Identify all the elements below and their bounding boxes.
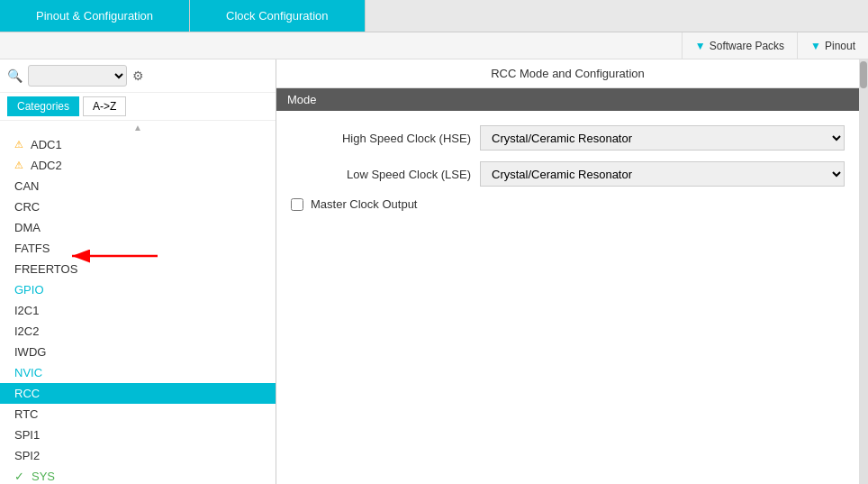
software-packs-label: Software Packs — [710, 40, 784, 52]
sidebar-item-can[interactable]: CAN — [0, 176, 276, 196]
sidebar-item-label: I2C2 — [14, 324, 39, 338]
sidebar-item-label: FATFS — [14, 242, 50, 255]
lse-select[interactable]: Crystal/Ceramic Resonator Disable BYPASS… — [480, 161, 845, 187]
sidebar-item-label: ADC1 — [31, 138, 62, 151]
pinout-configuration-tab[interactable]: Pinout & Configuration — [0, 0, 190, 32]
sidebar-item-fatfs[interactable]: FATFS — [0, 238, 276, 259]
sidebar-item-label: GPIO — [14, 283, 44, 297]
sidebar-item-sys[interactable]: SYS — [0, 466, 276, 484]
sidebar-item-rcc[interactable]: RCC — [0, 383, 276, 404]
pinout-arrow: ▼ — [810, 40, 821, 52]
sidebar-item-nvic[interactable]: NVIC — [0, 362, 276, 383]
sidebar-item-rtc[interactable]: RTC — [0, 404, 276, 425]
sidebar-item-label: FREERTOS — [14, 262, 77, 276]
sidebar-item-label: SPI2 — [14, 449, 40, 462]
az-tab[interactable]: A->Z — [83, 96, 126, 116]
clock-tab-label: Clock Configuration — [226, 9, 328, 23]
collapse-arrow[interactable]: ▲ — [0, 121, 276, 134]
pinout-tab-label: Pinout & Configuration — [36, 9, 153, 23]
gear-icon[interactable]: ⚙ — [132, 68, 144, 83]
search-dropdown[interactable] — [28, 65, 127, 87]
clock-configuration-tab[interactable]: Clock Configuration — [190, 0, 365, 32]
sidebar-list: ADC1ADC2CANCRCDMAFATFSFREERTOSGPIOI2C1I2… — [0, 134, 276, 484]
pinout-label: Pinout — [825, 40, 855, 52]
sidebar-item-label: SYS — [32, 470, 55, 483]
search-bar: 🔍 ⚙ — [0, 59, 276, 93]
hse-row: High Speed Clock (HSE) Crystal/Ceramic R… — [291, 125, 845, 151]
lse-label: Low Speed Clock (LSE) — [291, 168, 471, 181]
mode-config-body: High Speed Clock (HSE) Crystal/Ceramic R… — [276, 111, 859, 484]
master-clock-label: Master Clock Output — [311, 197, 418, 211]
categories-tab[interactable]: Categories — [7, 96, 79, 116]
sidebar-item-label: RTC — [14, 407, 38, 421]
sidebar-item-label: NVIC — [14, 366, 42, 379]
sidebar-item-label: SPI1 — [14, 428, 40, 442]
sidebar-item-gpio[interactable]: GPIO — [0, 279, 276, 300]
sidebar-item-label: ADC2 — [31, 159, 62, 172]
sidebar-item-iwdg[interactable]: IWDG — [0, 342, 276, 362]
lse-row: Low Speed Clock (LSE) Crystal/Ceramic Re… — [291, 161, 845, 187]
search-icon: 🔍 — [7, 68, 23, 83]
sidebar-item-freertos[interactable]: FREERTOS — [0, 259, 276, 279]
mode-section-header: Mode — [276, 88, 859, 111]
sidebar: 🔍 ⚙ Categories A->Z ▲ ADC1ADC2CANCRCDMAF… — [0, 59, 276, 484]
sidebar-item-label: CRC — [14, 200, 40, 214]
sidebar-item-label: RCC — [14, 387, 40, 400]
master-clock-row: Master Clock Output — [291, 197, 845, 211]
sidebar-item-label: I2C1 — [14, 304, 39, 317]
hse-label: High Speed Clock (HSE) — [291, 132, 471, 145]
hse-select[interactable]: Crystal/Ceramic Resonator Disable BYPASS… — [480, 125, 845, 151]
sidebar-tab-bar: Categories A->Z — [0, 93, 276, 121]
right-scrollbar[interactable] — [859, 59, 868, 484]
software-packs-arrow: ▼ — [695, 40, 706, 52]
pinout-button[interactable]: ▼ Pinout — [797, 32, 868, 59]
sidebar-item-adc1[interactable]: ADC1 — [0, 134, 276, 155]
sidebar-item-i2c1[interactable]: I2C1 — [0, 300, 276, 321]
software-packs-button[interactable]: ▼ Software Packs — [682, 32, 797, 59]
main-content: RCC Mode and Configuration Mode High Spe… — [276, 59, 859, 484]
sidebar-item-spi1[interactable]: SPI1 — [0, 425, 276, 445]
scrollbar-thumb — [860, 61, 867, 88]
rcc-header: RCC Mode and Configuration — [276, 59, 859, 88]
sidebar-item-i2c2[interactable]: I2C2 — [0, 321, 276, 342]
sidebar-item-adc2[interactable]: ADC2 — [0, 155, 276, 176]
sidebar-item-label: CAN — [14, 179, 39, 193]
sidebar-item-crc[interactable]: CRC — [0, 196, 276, 217]
master-clock-checkbox[interactable] — [291, 198, 303, 211]
sidebar-item-label: DMA — [14, 221, 41, 234]
sidebar-item-label: IWDG — [14, 345, 46, 359]
sidebar-item-dma[interactable]: DMA — [0, 217, 276, 238]
sidebar-item-spi2[interactable]: SPI2 — [0, 445, 276, 466]
